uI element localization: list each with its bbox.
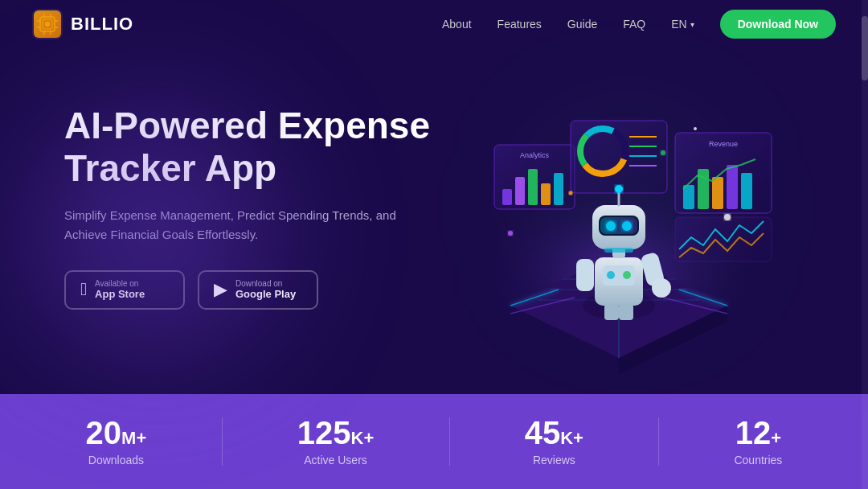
svg-point-53 [661, 150, 665, 155]
app-store-button[interactable]:  Available on App Store [64, 270, 185, 310]
stats-section: 20M+ Downloads 125K+ Active Users 45K+ R… [0, 394, 868, 489]
svg-point-54 [569, 191, 573, 195]
stat-active-users: 125K+ Active Users [297, 417, 375, 466]
svg-rect-72 [604, 248, 633, 253]
navbar: BILLIO About Features Guide FAQ EN ▾ Dow… [0, 0, 868, 48]
svg-point-55 [694, 127, 697, 130]
svg-rect-74 [619, 304, 633, 320]
stat-reviews: 45K+ Reviews [525, 417, 583, 466]
stat-divider-3 [658, 417, 659, 466]
scrollbar[interactable] [862, 0, 868, 489]
svg-rect-46 [727, 165, 738, 209]
svg-point-68 [606, 221, 616, 231]
logo-icon [32, 9, 63, 39]
svg-rect-30 [541, 183, 551, 205]
stat-countries: 12+ Countries [734, 417, 782, 466]
svg-text:Analytics: Analytics [520, 151, 550, 159]
google-play-name: Google Play [235, 288, 296, 300]
stat-users-unit: K+ [351, 428, 375, 448]
svg-rect-67 [600, 217, 637, 234]
nav-links: About Features Guide FAQ EN ▾ Download N… [442, 10, 836, 39]
svg-rect-44 [698, 169, 709, 209]
svg-point-59 [607, 271, 615, 279]
stat-reviews-label: Reviews [525, 454, 583, 466]
svg-point-4 [45, 22, 50, 27]
svg-rect-29 [528, 169, 538, 205]
svg-point-71 [615, 185, 623, 193]
svg-rect-28 [515, 177, 525, 205]
stat-downloads: 20M+ Downloads [86, 417, 147, 466]
google-play-label: Download on [235, 280, 296, 288]
chevron-down-icon: ▾ [690, 20, 694, 29]
hero-section: AI-Powered ExpenseTracker App Simplify E… [0, 48, 868, 394]
store-buttons:  Available on App Store ▶ Download on G… [64, 270, 434, 310]
stat-reviews-number: 45K+ [525, 417, 583, 449]
stat-reviews-unit: K+ [560, 428, 583, 448]
nav-guide[interactable]: Guide [567, 18, 597, 31]
app-store-text: Available on App Store [95, 280, 145, 300]
svg-text:Revenue: Revenue [709, 140, 738, 148]
stat-downloads-number: 20M+ [86, 417, 147, 449]
stat-downloads-unit: M+ [121, 428, 146, 448]
svg-rect-73 [604, 304, 619, 320]
stat-divider-1 [222, 417, 223, 466]
svg-rect-31 [554, 173, 563, 205]
svg-rect-61 [576, 259, 594, 291]
language-label: EN [671, 18, 686, 31]
google-play-text: Download on Google Play [235, 280, 296, 300]
download-now-button[interactable]: Download Now [720, 10, 836, 39]
stat-countries-unit: + [771, 428, 781, 448]
app-store-label: Available on [95, 280, 145, 288]
svg-rect-43 [683, 185, 694, 209]
svg-rect-47 [741, 173, 752, 209]
play-icon: ▶ [214, 281, 227, 298]
hero-content: AI-Powered ExpenseTracker App Simplify E… [64, 72, 434, 310]
nav-features[interactable]: Features [497, 18, 542, 31]
stat-countries-number: 12+ [734, 417, 782, 449]
stat-divider-2 [449, 417, 450, 466]
svg-rect-45 [712, 177, 723, 209]
svg-rect-27 [502, 189, 512, 205]
nav-faq[interactable]: FAQ [623, 18, 645, 31]
svg-point-51 [724, 214, 731, 220]
robot-illustration: Analytics Revenue [446, 72, 792, 386]
stat-downloads-label: Downloads [86, 454, 147, 466]
logo: BILLIO [32, 9, 133, 39]
stat-countries-label: Countries [734, 454, 782, 466]
hero-illustration: Analytics Revenue [434, 72, 804, 394]
svg-point-63 [652, 278, 671, 298]
logo-text: BILLIO [71, 14, 133, 35]
nav-about[interactable]: About [442, 18, 472, 31]
app-store-name: App Store [95, 288, 145, 300]
stat-users-label: Active Users [297, 454, 375, 466]
language-selector[interactable]: EN ▾ [671, 18, 694, 31]
google-play-button[interactable]: ▶ Download on Google Play [198, 270, 318, 310]
hero-subtitle: Simplify Expense Management, Predict Spe… [64, 206, 402, 244]
svg-point-52 [508, 231, 513, 236]
svg-point-69 [622, 221, 632, 231]
hero-title: AI-Powered ExpenseTracker App [64, 105, 434, 190]
svg-point-60 [623, 271, 631, 279]
stat-users-number: 125K+ [297, 417, 375, 449]
apple-icon:  [80, 281, 87, 298]
